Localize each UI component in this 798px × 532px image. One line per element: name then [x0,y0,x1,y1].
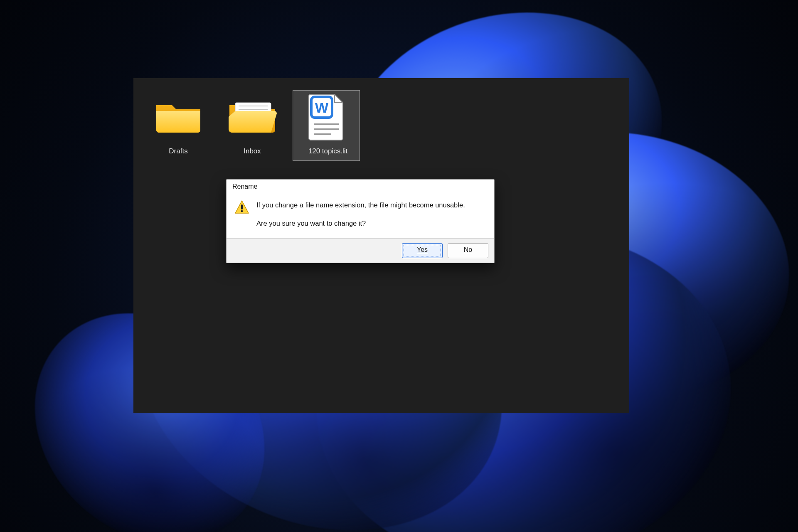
dialog-body: If you change a file name extension, the… [227,193,494,238]
dialog-title: Rename [227,180,494,193]
folder-icon [145,91,212,143]
dialog-message-line1: If you change a file name extension, the… [256,200,465,210]
open-folder-icon [219,91,286,143]
svg-point-11 [241,210,243,212]
yes-button-label: Yes [417,246,428,253]
svg-rect-10 [241,204,243,209]
no-button[interactable]: No [448,243,488,258]
explorer-item-grid: Drafts [145,91,360,160]
yes-button[interactable]: Yes [402,243,443,258]
file-120-topics[interactable]: W 120 topics.lit [293,91,360,160]
folder-inbox[interactable]: Inbox [219,91,286,160]
no-button-label: No [464,246,472,253]
svg-text:W: W [315,100,329,116]
folder-label: Drafts [145,145,212,157]
rename-dialog: Rename If you change a file name extensi… [226,179,495,263]
dialog-button-row: Yes No [227,238,494,263]
warning-icon [234,200,250,215]
dialog-message-line2: Are you sure you want to change it? [256,218,465,229]
folder-label: Inbox [219,145,286,157]
folder-drafts[interactable]: Drafts [145,91,212,160]
document-icon: W [293,91,360,143]
file-label-editing[interactable]: 120 topics.lit [293,145,363,159]
